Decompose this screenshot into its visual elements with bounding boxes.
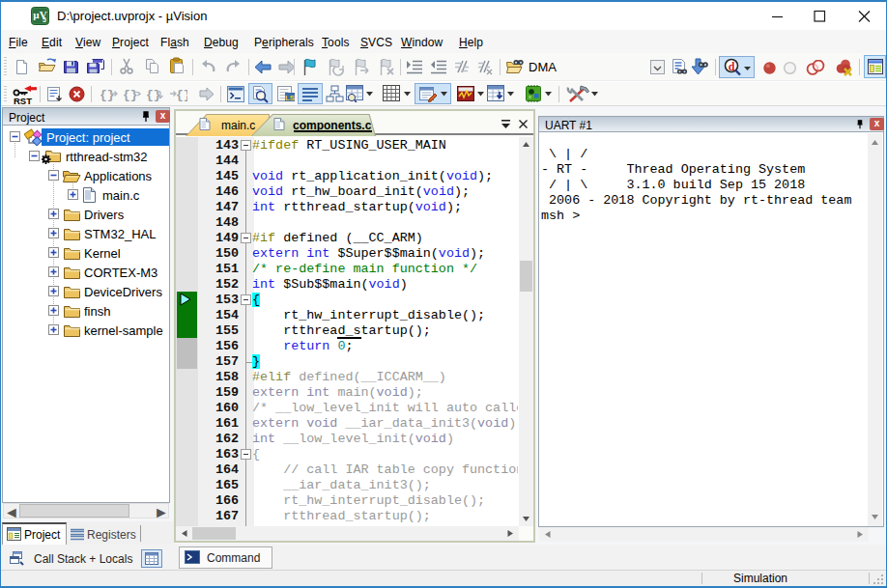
- svg-text:{}: {}: [146, 88, 161, 102]
- svg-text:5: 5: [43, 16, 46, 23]
- svg-text:{}: {}: [100, 88, 115, 102]
- svg-text:{}: {}: [123, 88, 138, 102]
- svg-text:{}: {}: [176, 88, 187, 102]
- svg-text:LS: LS: [285, 94, 296, 102]
- svg-text:d: d: [729, 60, 735, 73]
- svg-text:RST: RST: [14, 96, 32, 106]
